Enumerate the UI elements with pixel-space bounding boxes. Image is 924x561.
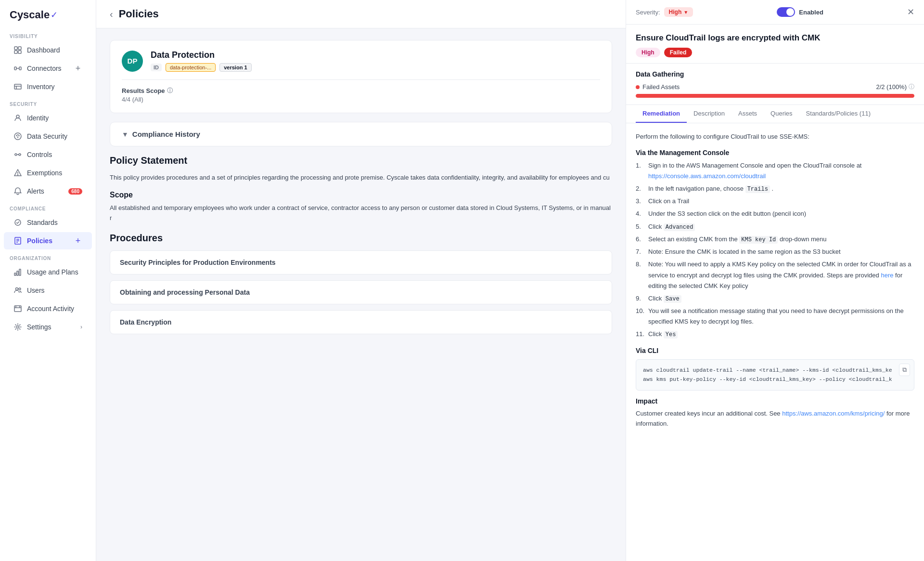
console-step-9: 9. Click Save xyxy=(636,293,914,304)
controls-label: Controls xyxy=(27,151,52,158)
procedures-title: Procedures xyxy=(110,233,612,244)
content-area: DP Data Protection ID data-protection-..… xyxy=(96,28,626,561)
inventory-label: Inventory xyxy=(27,83,55,91)
settings-label: Settings xyxy=(27,323,51,331)
connectors-add-button[interactable]: + xyxy=(74,64,82,73)
sidebar-item-controls[interactable]: Controls xyxy=(4,146,92,163)
high-badge: High xyxy=(636,48,660,57)
sidebar-item-alerts[interactable]: Alerts 680 xyxy=(4,183,92,200)
svg-point-20 xyxy=(18,175,18,175)
kms-pricing-link[interactable]: https://aws.amazon.com/kms/pricing/ xyxy=(782,410,885,417)
progress-fill xyxy=(636,94,914,98)
results-scope-label: Results Scope ⓘ xyxy=(122,87,600,95)
organization-section-label: ORGANIZATION xyxy=(0,250,96,263)
via-cli-heading: Via CLI xyxy=(636,347,914,354)
panel-tabs: Remediation Description Assets Queries S… xyxy=(626,105,924,123)
svg-point-13 xyxy=(15,154,17,156)
via-console-heading: Via the Management Console xyxy=(636,149,914,157)
standards-icon xyxy=(13,218,22,227)
assets-info-icon: ⓘ xyxy=(909,83,914,91)
close-panel-button[interactable]: ✕ xyxy=(907,7,914,17)
sidebar-item-policies[interactable]: Policies + xyxy=(4,232,92,249)
policies-add-button[interactable]: + xyxy=(74,236,82,245)
sidebar-item-data-security[interactable]: Data Security xyxy=(4,128,92,145)
standards-label: Standards xyxy=(27,219,58,226)
policy-avatar: DP xyxy=(122,51,143,72)
policy-version: version 1 xyxy=(219,63,251,72)
tab-standards[interactable]: Standards/Policies (11) xyxy=(799,105,877,123)
severity-badge[interactable]: High ▼ xyxy=(664,7,693,17)
enabled-toggle[interactable] xyxy=(777,7,795,17)
enabled-label: Enabled xyxy=(799,9,823,16)
dashboard-label: Dashboard xyxy=(27,46,60,54)
console-step-4: 4. Under the S3 section click on the edi… xyxy=(636,209,914,219)
tab-description[interactable]: Description xyxy=(687,105,732,123)
identity-icon xyxy=(13,114,22,122)
data-gathering-section: Data Gathering Failed Assets 2/2 (100%) … xyxy=(626,64,924,105)
account-activity-icon xyxy=(13,304,22,313)
settings-chevron-icon: › xyxy=(80,324,82,330)
logo-text: Cyscale xyxy=(10,9,50,21)
main-content: ‹ Policies DP Data Protection ID data-pr… xyxy=(96,0,626,561)
tab-assets[interactable]: Assets xyxy=(732,105,764,123)
policy-statement-section: Policy Statement This policy provides pr… xyxy=(110,155,612,334)
sidebar-item-connectors[interactable]: Connectors + xyxy=(4,60,92,77)
sidebar-item-settings[interactable]: Settings › xyxy=(4,318,92,336)
connectors-label: Connectors xyxy=(27,65,62,72)
console-step-1: 1. Sign in to the AWS Management Console… xyxy=(636,160,914,182)
logo-check-icon: ✓ xyxy=(51,10,58,20)
policy-title: Data Protection xyxy=(151,50,252,60)
svg-rect-1 xyxy=(18,47,21,50)
svg-rect-31 xyxy=(14,306,21,312)
remediation-intro: Perform the following to configure Cloud… xyxy=(636,132,914,142)
severity-value: High xyxy=(669,9,682,15)
svg-point-10 xyxy=(16,115,19,118)
svg-rect-2 xyxy=(14,51,17,53)
procedure-item-3[interactable]: Data Encryption xyxy=(110,310,612,334)
procedure-item-1[interactable]: Security Principles for Production Envir… xyxy=(110,250,612,274)
failed-assets-label: Failed Assets xyxy=(636,83,680,91)
policy-id-value: data-protection-... xyxy=(166,63,216,72)
console-step-11: 11. Click Yes xyxy=(636,329,914,339)
main-header: ‹ Policies xyxy=(96,0,626,28)
sidebar-item-inventory[interactable]: Inventory xyxy=(4,78,92,95)
users-icon xyxy=(13,286,22,295)
console-step-2: 2. In the left navigation pane, choose T… xyxy=(636,183,914,194)
cli-code-block: aws cloudtrail update-trail --name <trai… xyxy=(636,359,914,391)
policy-header: DP Data Protection ID data-protection-..… xyxy=(122,50,600,72)
tab-remediation[interactable]: Remediation xyxy=(636,105,687,123)
here-link[interactable]: here xyxy=(881,272,893,279)
procedure-item-2[interactable]: Obtaining and processing Personal Data xyxy=(110,280,612,304)
sidebar-item-dashboard[interactable]: Dashboard xyxy=(4,41,92,59)
results-scope: Results Scope ⓘ 4/4 (All) xyxy=(122,79,600,103)
policy-tags: ID data-protection-... version 1 xyxy=(151,63,252,72)
sidebar-item-usage-plans[interactable]: Usage and Plans xyxy=(4,263,92,281)
visibility-section-label: VISIBILITY xyxy=(0,28,96,41)
collapse-sidebar-button[interactable]: ‹ xyxy=(110,9,113,20)
sidebar-item-account-activity[interactable]: Account Activity xyxy=(4,300,92,317)
sidebar-item-standards[interactable]: Standards xyxy=(4,214,92,231)
logo-area: Cyscale✓ xyxy=(0,0,96,28)
compliance-header[interactable]: ▼ Compliance History xyxy=(122,130,600,138)
usage-plans-icon xyxy=(13,268,22,276)
policy-info: Data Protection ID data-protection-... v… xyxy=(151,50,252,72)
connectors-icon xyxy=(13,64,22,73)
toggle-row: Enabled xyxy=(777,7,823,17)
sidebar-item-users[interactable]: Users xyxy=(4,282,92,299)
procedure-item-1-title: Security Principles for Production Envir… xyxy=(120,259,602,266)
tab-queries[interactable]: Queries xyxy=(764,105,799,123)
svg-rect-0 xyxy=(14,47,17,50)
settings-icon xyxy=(13,323,22,331)
users-label: Users xyxy=(27,287,45,294)
exemptions-label: Exemptions xyxy=(27,169,62,177)
sidebar-item-identity[interactable]: Identity xyxy=(4,109,92,127)
status-badges: High Failed xyxy=(636,48,914,57)
console-step-10: 10. You will see a notification message … xyxy=(636,306,914,327)
copy-code-button[interactable]: ⧉ xyxy=(899,364,910,376)
panel-title: Ensure CloudTrail logs are encrypted wit… xyxy=(636,33,914,43)
svg-rect-28 xyxy=(19,269,21,275)
scope-title: Scope xyxy=(110,191,612,199)
cloudtrail-link[interactable]: https://console.aws.amazon.com/cloudtrai… xyxy=(648,172,766,180)
exemptions-icon xyxy=(13,169,22,177)
sidebar-item-exemptions[interactable]: Exemptions xyxy=(4,164,92,182)
